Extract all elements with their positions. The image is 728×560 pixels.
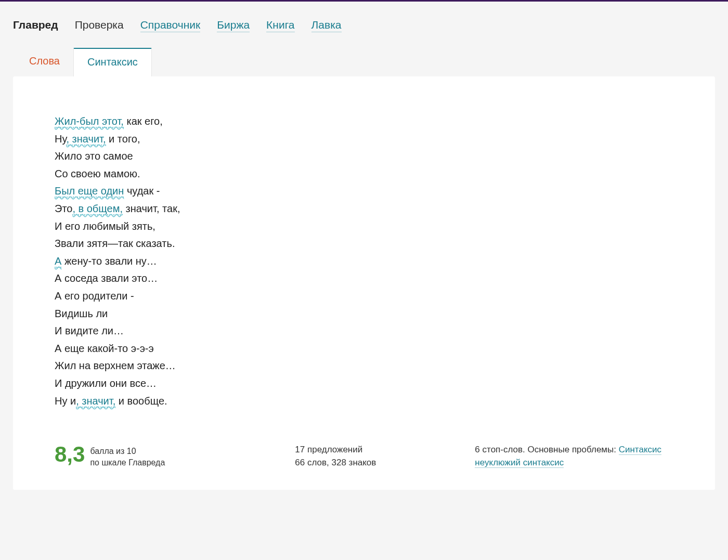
text-line: Звали зятя—так сказать. <box>55 235 673 253</box>
problem-syntax-link[interactable]: Синтаксис <box>619 445 661 455</box>
text-fragment: Ну и <box>55 395 76 407</box>
highlighted-span[interactable]: , значит, <box>66 133 106 146</box>
nav-shop[interactable]: Лавка <box>311 19 342 32</box>
tabs: Слова Синтаксис <box>0 48 728 76</box>
highlighted-span[interactable]: А <box>55 255 61 268</box>
stat-words-chars: 66 слов, 328 знаков <box>295 458 376 467</box>
stats-row: 8,3 балла из 10 по шкале Главреда 17 пре… <box>55 444 673 469</box>
nav-exchange[interactable]: Биржа <box>217 19 250 32</box>
text-line: Ну и, значит, и вообще. <box>55 393 673 410</box>
highlighted-span[interactable]: , в общем, <box>72 203 123 215</box>
tab-words[interactable]: Слова <box>16 48 73 76</box>
stat-stop-words: 6 стоп-слов. Основные проблемы: <box>475 445 618 454</box>
score-max: балла из 10 <box>90 447 136 455</box>
nav-book[interactable]: Книга <box>266 19 294 32</box>
text-fragment: Звали зятя—так сказать. <box>55 238 175 249</box>
stat-sentences: 17 предложений <box>295 445 362 454</box>
text-line: Со своею мамою. <box>55 165 673 183</box>
text-line: Жил на верхнем этаже… <box>55 357 673 375</box>
text-fragment: жену-то звали ну… <box>61 255 157 267</box>
text-line: А соседа звали это… <box>55 270 673 288</box>
text-fragment: И дружили они все… <box>55 377 157 389</box>
problem-clumsy-link[interactable]: неуклюжий синтаксис <box>475 458 564 468</box>
text-line: Был еще один чудак - <box>55 183 673 200</box>
text-fragment: Ну <box>55 133 66 145</box>
text-line: А еще какой-то э-э-э <box>55 340 673 358</box>
text-line: Жил-был этот, как его, <box>55 113 673 131</box>
nav-reference[interactable]: Справочник <box>140 19 201 32</box>
text-fragment: Жило это самое <box>55 150 133 162</box>
highlighted-span[interactable]: Был еще один <box>55 185 124 198</box>
text-line: А жену-то звали ну… <box>55 253 673 270</box>
brand-logo: Главред <box>13 19 58 31</box>
score-scale: по шкале Главреда <box>90 458 165 467</box>
text-line: И видите ли… <box>55 322 673 340</box>
text-fragment: А еще какой-то э-э-э <box>55 343 154 354</box>
text-fragment: Со своею мамою. <box>55 168 140 179</box>
nav-check[interactable]: Проверка <box>75 19 124 31</box>
text-fragment: Это <box>55 203 72 214</box>
text-line: И дружили они все… <box>55 375 673 393</box>
highlighted-span[interactable]: , значит, <box>76 395 115 408</box>
score-label: балла из 10 по шкале Главреда <box>90 444 165 468</box>
text-line: Это, в общем, значит, так, <box>55 200 673 218</box>
text-line: И его любимый зять, <box>55 218 673 236</box>
stats-right: 6 стоп-слов. Основные проблемы: Синтакси… <box>475 444 661 469</box>
text-line: Жило это самое <box>55 148 673 165</box>
text-editor[interactable]: Жил-был этот, как его,Ну, значит, и того… <box>55 113 673 410</box>
text-fragment: И его любимый зять, <box>55 220 155 232</box>
score-value: 8,3 <box>55 444 85 465</box>
text-fragment: И видите ли… <box>55 325 124 336</box>
text-fragment: как его, <box>124 115 163 127</box>
text-line: Видишь ли <box>55 305 673 323</box>
content-box: Жил-был этот, как его,Ну, значит, и того… <box>13 76 715 490</box>
text-fragment: чудак - <box>124 185 160 197</box>
text-fragment: А соседа звали это… <box>55 272 158 284</box>
text-fragment: Видишь ли <box>55 308 108 319</box>
stats-mid: 17 предложений 66 слов, 328 знаков <box>295 444 376 469</box>
text-fragment: и того, <box>106 133 140 145</box>
text-fragment: Жил на верхнем этаже… <box>55 360 176 371</box>
text-line: Ну, значит, и того, <box>55 131 673 148</box>
header-nav: Главред Проверка Справочник Биржа Книга … <box>0 2 728 48</box>
tab-syntax[interactable]: Синтаксис <box>73 48 152 76</box>
text-fragment: А его родители - <box>55 290 134 302</box>
highlighted-span[interactable]: Жил-был этот, <box>55 115 124 128</box>
text-fragment: и вообще. <box>115 395 167 407</box>
score-block: 8,3 балла из 10 по шкале Главреда <box>55 444 165 468</box>
text-line: А его родители - <box>55 288 673 305</box>
text-fragment: значит, так, <box>123 203 180 214</box>
